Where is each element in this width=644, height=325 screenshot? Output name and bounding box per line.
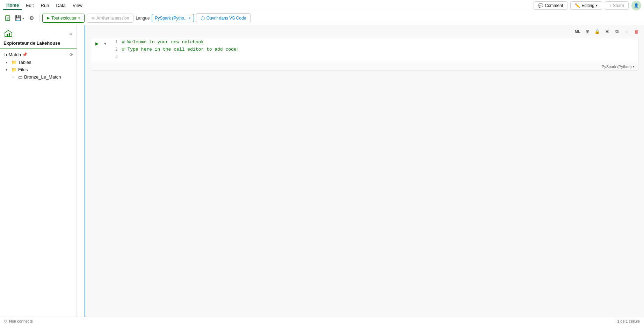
menu-data[interactable]: Data xyxy=(52,1,69,9)
bronze-chevron-icon: › xyxy=(13,75,17,79)
menu-run[interactable]: Run xyxy=(37,1,53,9)
lakehouse-item-right: ⟳ xyxy=(70,52,73,57)
code-line-1: 1 # Welcome to your new notebook xyxy=(111,39,635,46)
settings-icon[interactable]: ⚙ xyxy=(27,13,36,23)
stop-icon: ▣ xyxy=(91,16,95,20)
cell-toolbar: ML ⊞ 🔒 ✱ ⧉ ··· 🗑 xyxy=(85,25,644,37)
line-content-1: # Welcome to your new notebook xyxy=(122,39,204,46)
cell-count-label: 1 de 1 cellule xyxy=(617,319,640,323)
lakehouse-name: LeMatch xyxy=(3,52,21,57)
bronze-file-label: Bronze_Le_Match xyxy=(24,74,61,80)
share-icon: ↑ xyxy=(609,3,612,8)
main-area: « Explorateur de Lakehouse LeMatch 📌 ⟳ ▾… xyxy=(0,25,644,317)
stop-session-button[interactable]: ▣ Arrêter la session xyxy=(87,14,133,23)
avatar-icon: 👤 xyxy=(634,3,639,8)
lock-icon[interactable]: 🔒 xyxy=(593,27,601,36)
line-number-2: 2 xyxy=(111,46,122,53)
comment-label: Comment xyxy=(545,3,563,8)
pin-icon: 📌 xyxy=(22,52,27,57)
notebook-icon[interactable] xyxy=(3,13,13,23)
lang-value: PySpark (Pytho... xyxy=(155,16,187,21)
menu-view[interactable]: View xyxy=(69,1,86,9)
delete-icon[interactable]: 🗑 xyxy=(632,27,641,36)
duplicate-icon[interactable]: ⧉ xyxy=(613,27,621,36)
cell-expand-button[interactable]: ▾ xyxy=(102,40,109,47)
vscode-icon: ⬡ xyxy=(201,15,205,21)
lakehouse-logo xyxy=(3,29,13,38)
sidebar-file-bronze[interactable]: › 🗃 Bronze_Le_Match xyxy=(0,73,77,81)
code-area[interactable]: 1 # Welcome to your new notebook 2 # Typ… xyxy=(111,37,638,63)
save-icon: 💾 xyxy=(15,15,22,21)
tables-label: Tables xyxy=(18,60,31,65)
svg-rect-5 xyxy=(7,34,8,37)
svg-marker-4 xyxy=(5,30,12,37)
run-chevron-icon: ▾ xyxy=(78,16,80,20)
code-cell: ▶ ▾ 1 # Welcome to your new notebook 2 #… xyxy=(91,37,638,71)
toolbar: 💾 ▾ ⚙ ▶ Tout exécuter ▾ ▣ Arrêter la ses… xyxy=(0,11,644,25)
ml-icon[interactable]: ML xyxy=(573,27,582,36)
share-label: Share xyxy=(613,3,624,8)
comment-icon: 💬 xyxy=(538,3,543,8)
open-vscode-button[interactable]: ⬡ Ouvrir dans VS Code xyxy=(196,13,251,23)
cell-add-icon[interactable]: ⊞ xyxy=(583,27,592,36)
toolbar-divider-1 xyxy=(39,15,39,22)
run-all-label: Tout exécuter xyxy=(51,16,77,21)
sidebar: « Explorateur de Lakehouse LeMatch 📌 ⟳ ▾… xyxy=(0,25,77,317)
refresh-icon[interactable]: ⟳ xyxy=(70,52,73,57)
files-folder-icon: 📁 xyxy=(11,67,17,72)
sidebar-tables-item[interactable]: ▾ 📁 Tables xyxy=(0,59,77,66)
play-icon: ▶ xyxy=(47,16,50,20)
left-active-bar xyxy=(77,25,85,317)
vscode-label: Ouvrir dans VS Code xyxy=(207,16,246,21)
save-chevron-icon: ▾ xyxy=(22,17,24,20)
code-line-2: 2 # Type here in the cell editor to add … xyxy=(111,46,635,53)
notebook-container: ML ⊞ 🔒 ✱ ⧉ ··· 🗑 ▶ ▾ 1 xyxy=(77,25,644,317)
tables-chevron-icon: ▾ xyxy=(6,60,10,64)
files-chevron-icon: ▾ xyxy=(6,68,10,72)
language-selector[interactable]: PySpark (Pytho... ▾ xyxy=(152,14,194,22)
line-number-1: 1 xyxy=(111,39,122,45)
connection-status-dot xyxy=(4,320,7,323)
menu-home[interactable]: Home xyxy=(3,1,22,10)
asterisk-icon[interactable]: ✱ xyxy=(603,27,611,36)
more-options-icon[interactable]: ··· xyxy=(622,27,631,36)
lang-chevron-icon: ▾ xyxy=(189,16,191,20)
run-all-button[interactable]: ▶ Tout exécuter ▾ xyxy=(42,14,85,23)
user-avatar[interactable]: 👤 xyxy=(631,1,641,10)
editing-label: Editing xyxy=(581,3,594,8)
files-label: Files xyxy=(18,67,28,72)
tables-folder-icon: 📁 xyxy=(11,60,17,65)
share-button[interactable]: ↑ Share xyxy=(605,1,629,10)
comment-button[interactable]: 💬 Comment xyxy=(534,1,567,10)
line-number-3: 3 xyxy=(111,53,122,60)
pencil-icon: ✏️ xyxy=(575,3,580,8)
cell-lang-label: PySpark (Python) xyxy=(602,65,632,69)
sidebar-header: « xyxy=(0,25,77,40)
lakehouse-item[interactable]: LeMatch 📌 ⟳ xyxy=(0,51,77,59)
status-bar: Non connecté 1 de 1 cellule xyxy=(0,317,644,325)
cell-run-button[interactable]: ▶ xyxy=(93,40,100,47)
editing-button[interactable]: ✏️ Editing ▾ xyxy=(570,1,602,10)
line-content-2: # Type here in the cell editor to add co… xyxy=(122,46,239,53)
menu-bar-right: 💬 Comment ✏️ Editing ▾ ↑ Share 👤 xyxy=(534,1,641,10)
cell-inner: ▶ ▾ 1 # Welcome to your new notebook 2 #… xyxy=(91,37,638,63)
svg-rect-6 xyxy=(9,33,10,37)
notebook-area: ML ⊞ 🔒 ✱ ⧉ ··· 🗑 ▶ ▾ 1 xyxy=(85,25,644,317)
menu-edit[interactable]: Edit xyxy=(22,1,37,9)
sidebar-collapse-button[interactable]: « xyxy=(68,30,73,37)
file-item-icon: 🗃 xyxy=(18,74,23,80)
cell-lang-badge[interactable]: PySpark (Python) ▾ xyxy=(602,65,635,69)
cell-footer: PySpark (Python) ▾ xyxy=(91,63,638,70)
sidebar-files-item[interactable]: ▾ 📁 Files xyxy=(0,66,77,73)
status-left: Non connecté xyxy=(4,319,33,323)
lakehouse-item-left: LeMatch 📌 xyxy=(3,52,27,57)
connection-status-label: Non connecté xyxy=(9,319,33,323)
menu-bar: Home Edit Run Data View 💬 Comment ✏️ Edi… xyxy=(0,0,644,11)
langue-label: Langue xyxy=(136,16,150,21)
cell-run-bar: ▶ ▾ xyxy=(91,37,111,63)
save-dropdown-icon[interactable]: 💾 ▾ xyxy=(15,13,24,23)
chevron-down-icon: ▾ xyxy=(596,3,598,7)
stop-label: Arrêter la session xyxy=(96,16,129,21)
code-line-3: 3 xyxy=(111,53,635,60)
cell-lang-chevron-icon: ▾ xyxy=(633,65,635,68)
